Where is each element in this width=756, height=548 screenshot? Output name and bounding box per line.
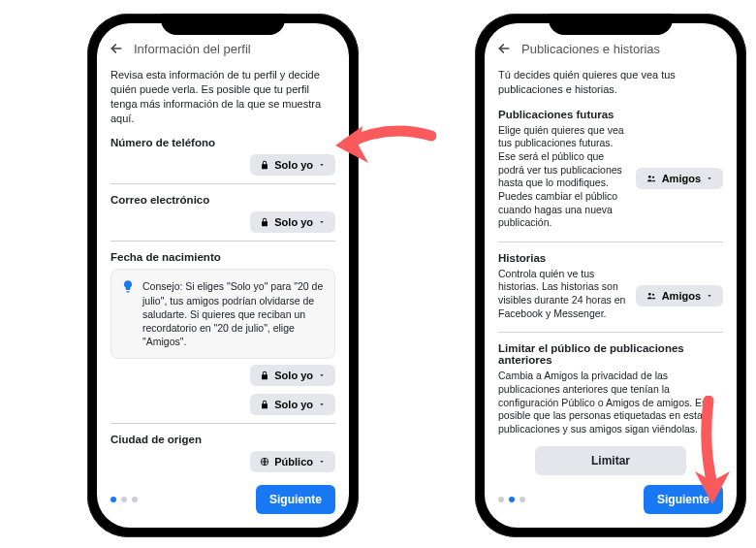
section-hometown-title: Ciudad de origen	[110, 434, 335, 445]
caret-down-icon	[318, 161, 326, 169]
header-title: Publicaciones e historias	[521, 42, 725, 56]
friends-icon	[646, 174, 657, 183]
birthday-tip: Consejo: Si eliges "Solo yo" para "20 de…	[110, 269, 335, 359]
limit-description: Cambia a Amigos la privacidad de las pub…	[498, 370, 723, 435]
header-title: Información del perfil	[134, 42, 337, 56]
caret-down-icon	[318, 371, 326, 379]
footer-left: Siguiente	[97, 479, 349, 528]
future-description: Elige quién quieres que vea tus publicac…	[498, 124, 628, 230]
divider	[498, 332, 723, 333]
lock-icon	[260, 160, 269, 170]
progress-dot-1	[110, 497, 116, 502]
tip-text: Consejo: Si eliges "Solo yo" para "20 de…	[142, 279, 325, 348]
progress-dot-1	[498, 497, 504, 502]
birthday-audience-selector-1[interactable]: Solo yo	[250, 365, 335, 386]
progress-dot-2	[509, 497, 515, 502]
section-limit-title: Limitar el público de publicaciones ante…	[498, 342, 723, 366]
next-button[interactable]: Siguiente	[644, 485, 723, 514]
lock-icon	[260, 400, 269, 409]
next-button[interactable]: Siguiente	[256, 485, 335, 514]
limit-button[interactable]: Limitar	[535, 446, 686, 475]
svg-point-4	[652, 294, 654, 296]
section-phone-title: Número de teléfono	[110, 137, 335, 148]
screen-right: Publicaciones e historias Tú decides qui…	[485, 23, 737, 528]
caret-down-icon	[318, 458, 326, 466]
audience-label: Amigos	[662, 290, 701, 302]
intro-text: Tú decides quién quieres que vea tus pub…	[498, 68, 723, 97]
svg-point-1	[648, 176, 651, 178]
future-audience-selector[interactable]: Amigos	[636, 168, 723, 189]
back-icon[interactable]	[496, 41, 512, 56]
caret-down-icon	[318, 218, 326, 226]
section-stories-title: Historias	[498, 252, 723, 264]
section-future-title: Publicaciones futuras	[498, 109, 723, 120]
hometown-audience-selector[interactable]: Público	[250, 451, 335, 472]
lock-icon	[260, 371, 269, 380]
phone-notch	[549, 14, 673, 35]
svg-point-3	[648, 293, 651, 296]
audience-label: Solo yo	[274, 399, 313, 410]
audience-label: Solo yo	[274, 370, 313, 381]
content-left: Revisa esta información de tu perfil y d…	[97, 62, 349, 479]
stories-audience-selector[interactable]: Amigos	[636, 285, 723, 306]
phone-notch	[161, 14, 285, 35]
divider	[110, 241, 335, 242]
friends-icon	[646, 291, 657, 301]
content-right: Tú decides quién quieres que vea tus pub…	[485, 62, 737, 479]
globe-icon	[260, 457, 269, 467]
svg-point-2	[652, 177, 654, 178]
divider	[110, 183, 335, 184]
caret-down-icon	[318, 401, 326, 408]
intro-text: Revisa esta información de tu perfil y d…	[110, 68, 335, 125]
audience-label: Amigos	[662, 173, 701, 184]
back-icon[interactable]	[109, 41, 124, 56]
section-birthday-title: Fecha de nacimiento	[110, 251, 335, 263]
progress-dot-3	[132, 497, 138, 502]
audience-label: Solo yo	[274, 159, 313, 171]
audience-label: Público	[274, 456, 313, 467]
phone-audience-selector[interactable]: Solo yo	[250, 154, 335, 176]
progress-dot-2	[121, 497, 127, 502]
divider	[110, 423, 335, 424]
phone-right: Publicaciones e historias Tú decides qui…	[475, 14, 746, 537]
screen-left: Información del perfil Revisa esta infor…	[97, 23, 349, 528]
footer-right: Siguiente	[485, 479, 737, 528]
divider	[498, 242, 723, 242]
lightbulb-icon	[121, 279, 135, 348]
email-audience-selector[interactable]: Solo yo	[250, 211, 335, 233]
lock-icon	[260, 217, 269, 227]
caret-down-icon	[706, 292, 713, 300]
progress-dot-3	[520, 497, 525, 502]
caret-down-icon	[706, 175, 713, 182]
phone-left: Información del perfil Revisa esta infor…	[87, 14, 359, 537]
birthday-audience-selector-2[interactable]: Solo yo	[250, 394, 335, 415]
stories-description: Controla quién ve tus historias. Las his…	[498, 268, 628, 321]
audience-label: Solo yo	[274, 216, 313, 228]
section-email-title: Correo electrónico	[110, 194, 335, 206]
progress-dots	[110, 497, 138, 502]
progress-dots	[498, 497, 525, 502]
